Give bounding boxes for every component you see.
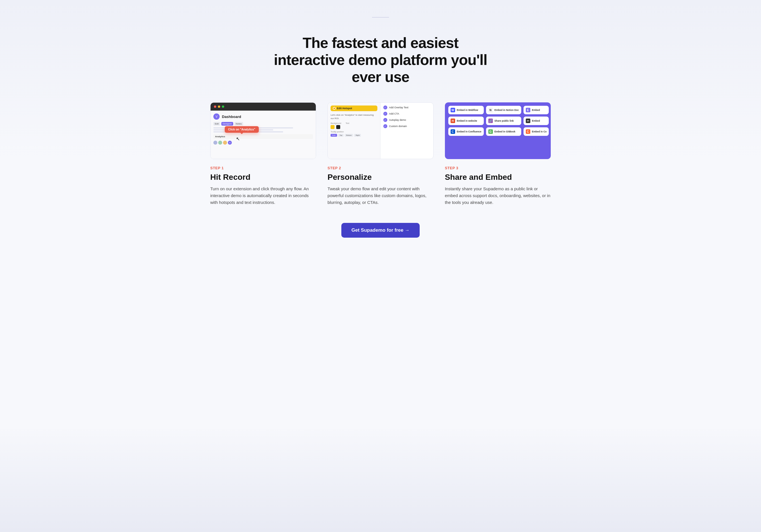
color-dark: [336, 125, 340, 129]
steps-container: V Dashboard Edit Designer Notes Analytic…: [210, 102, 551, 206]
avatar: V: [213, 113, 220, 120]
gitbook-icon: G: [488, 129, 493, 134]
option-autoplay: ✓ Autoplay demo: [383, 118, 431, 122]
dashboard-title: Dashboard: [222, 115, 241, 119]
click-tooltip: Click on "Analytics": [225, 126, 259, 133]
embed-website-label: Embed in website: [457, 119, 477, 122]
step-3-card: W Embed in Webflow N Embed in Notion Doc…: [445, 102, 551, 206]
step1-screenshot: V Dashboard Edit Designer Notes Analytic…: [210, 102, 316, 159]
mini-avatar-3: [223, 141, 227, 145]
tab-row: Edit Designer Notes: [213, 122, 313, 126]
step1-label: STEP 1: [210, 166, 316, 170]
embed-notion[interactable]: N Embed in Notion Doc: [486, 106, 521, 114]
edit-header: Edit Hotspot: [330, 105, 378, 111]
embed-website[interactable]: H Embed in website: [448, 117, 484, 125]
step1-desc: Turn on our extension and click through …: [210, 186, 316, 206]
options-panel: ✓ Add Overlay Text ✓ Add CTA ✓ Autoplay …: [380, 103, 433, 159]
embed-notion-label: Embed in Notion Doc: [495, 109, 519, 111]
option-cta: ✓ Add CTA: [383, 112, 431, 116]
embed-confluence-label: Embed in Confluence: [457, 130, 482, 133]
pos-auto[interactable]: Auto: [330, 134, 337, 137]
option-label-4: Custom domain: [389, 125, 407, 128]
dot-green: [222, 105, 224, 108]
step3-desc: Instantly share your Supademo as a publi…: [445, 186, 551, 206]
share-link[interactable]: 🔗 Share public link: [486, 117, 521, 125]
browser-bar: [210, 103, 316, 111]
cta-section: Get Supademo for free →: [6, 223, 755, 238]
tab-edit: Edit: [213, 122, 220, 126]
check-icon-4: ✓: [383, 124, 387, 128]
embed-gitbook[interactable]: G Embed in GitBook: [486, 127, 521, 136]
notion-icon: N: [488, 108, 493, 112]
option-label-1: Add Overlay Text: [389, 106, 408, 109]
embed-cut[interactable]: ✂ Embed: [523, 117, 549, 125]
embed-plain-icon: E: [526, 108, 530, 112]
embed-webflow[interactable]: W Embed in Webflow: [448, 106, 484, 114]
html5-icon: H: [450, 119, 455, 123]
dot-yellow: [218, 105, 220, 108]
check-icon-1: ✓: [383, 105, 387, 109]
step2-label: STEP 2: [327, 166, 433, 170]
option-domain: ✓ Custom domain: [383, 124, 431, 128]
mini-avatar-2: [218, 141, 222, 145]
embed-gitbook-label: Embed in GitBook: [495, 130, 515, 133]
step2-title: Personalize: [327, 172, 433, 182]
cut-icon: ✂: [526, 119, 530, 123]
step2-screenshot: Edit Hotspot Let's click on "Analytics" …: [327, 102, 433, 159]
share-link-label: Share public link: [495, 119, 514, 122]
mini-avatar-add: +: [228, 141, 232, 145]
analytics-label: Analytics: [213, 134, 313, 139]
tab-designer: Designer: [221, 122, 233, 126]
check-icon-2: ✓: [383, 112, 387, 116]
cta-button[interactable]: Get Supademo for free →: [341, 223, 420, 238]
mini-avatar-1: [213, 141, 217, 145]
step2-desc: Tweak your demo flow and edit your conte…: [327, 186, 433, 206]
option-label-3: Autoplay demo: [389, 119, 406, 121]
embed-co[interactable]: C Embed in Co: [523, 127, 549, 136]
dashboard-header: V Dashboard: [213, 113, 313, 120]
edit-desc: Let's click on "Analytics" to start meas…: [330, 113, 378, 120]
embed-co-icon: C: [526, 129, 530, 134]
tab-notes: Notes: [234, 122, 243, 126]
hotspot-dot-icon: [333, 107, 336, 110]
step3-screenshot: W Embed in Webflow N Embed in Notion Doc…: [445, 102, 551, 159]
embed-webflow-label: Embed in Webflow: [457, 109, 478, 111]
step3-label: STEP 3: [445, 166, 551, 170]
color-row: [330, 125, 378, 129]
tooltip-pos-label: Tooltip position: [330, 131, 378, 133]
embed-plain-label: Embed: [532, 109, 540, 111]
step-1-card: V Dashboard Edit Designer Notes Analytic…: [210, 102, 316, 206]
step-2-card: Edit Hotspot Let's click on "Analytics" …: [327, 102, 433, 206]
embed-grid: W Embed in Webflow N Embed in Notion Doc…: [448, 106, 547, 136]
pos-bottom[interactable]: Bottom: [345, 134, 353, 137]
color-yellow: [330, 125, 334, 129]
tooltip-pos-row: Auto Top Bottom Right: [330, 134, 378, 137]
edit-panel: Edit Hotspot Let's click on "Analytics" …: [328, 103, 380, 159]
dashboard-content: V Dashboard Edit Designer Notes Analytic…: [210, 111, 316, 159]
avatars-row: +: [213, 141, 313, 145]
webflow-icon: W: [450, 108, 455, 112]
page-wrapper: The fastest and easiest interactive demo…: [0, 0, 761, 532]
embed-co-label: Embed in Co: [532, 130, 547, 133]
confluence-icon: C: [450, 129, 455, 134]
edit-header-label: Edit Hotspot: [337, 107, 352, 110]
embed-plain[interactable]: E Embed: [523, 106, 549, 114]
dot-red: [214, 105, 216, 108]
option-overlay: ✓ Add Overlay Text: [383, 105, 431, 109]
pos-right[interactable]: Right: [354, 134, 361, 137]
check-icon-3: ✓: [383, 118, 387, 122]
step1-title: Hit Record: [210, 172, 316, 182]
link-icon: 🔗: [488, 119, 493, 123]
hero-title: The fastest and easiest interactive demo…: [267, 34, 494, 85]
step3-title: Share and Embed: [445, 172, 551, 182]
embed-confluence[interactable]: C Embed in Confluence: [448, 127, 484, 136]
bg-text-label: Background Text: [330, 122, 378, 124]
pos-top[interactable]: Top: [338, 134, 344, 137]
cursor-icon: ↖: [236, 136, 240, 141]
top-divider: [372, 17, 389, 18]
embed-cut-label: Embed: [532, 119, 540, 122]
option-label-2: Add CTA: [389, 112, 399, 115]
